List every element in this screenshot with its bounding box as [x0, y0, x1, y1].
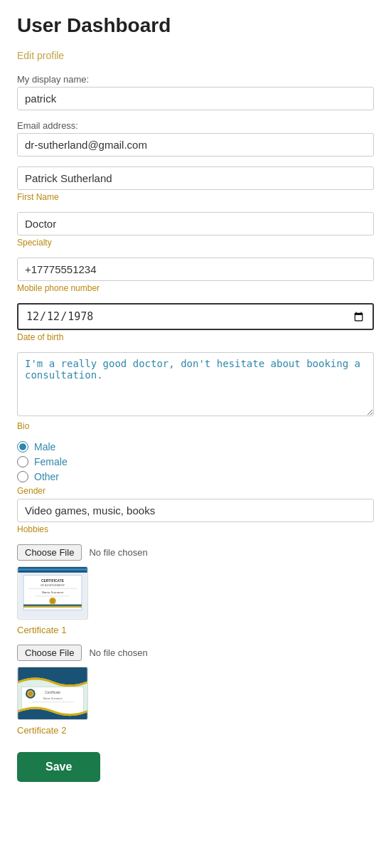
gender-other-label: Other — [34, 471, 59, 482]
email-label: Email address: — [17, 120, 374, 131]
bio-textarea[interactable]: I'm a really good doctor, don't hesitate… — [17, 352, 374, 416]
phone-input[interactable] — [17, 258, 374, 281]
gender-other-option[interactable]: Other — [17, 471, 374, 482]
svg-rect-3 — [18, 568, 87, 571]
dob-label: Date of birth — [17, 332, 374, 342]
display-name-input[interactable] — [17, 87, 374, 110]
specialty-group: Specialty — [17, 212, 374, 248]
gender-group: Male Female Other Gender — [17, 441, 374, 496]
cert2-label: Certificate 2 — [17, 725, 66, 736]
gender-male-radio[interactable] — [17, 441, 28, 452]
cert1-choose-file-button[interactable]: Choose File — [17, 544, 82, 561]
gender-label: Gender — [17, 486, 374, 496]
email-group: Email address: — [17, 120, 374, 157]
first-name-input[interactable] — [17, 166, 374, 190]
first-name-label: First Name — [17, 192, 374, 202]
cert2-no-file-text: No file chosen — [89, 647, 147, 658]
cert1-thumbnail: CERTIFICATE OF ACHIEVEMENT Name Surname — [17, 566, 88, 620]
gender-male-option[interactable]: Male — [17, 441, 374, 452]
edit-profile-link[interactable]: Edit profile — [17, 50, 374, 61]
first-name-group: First Name — [17, 166, 374, 202]
svg-point-21 — [28, 692, 33, 696]
phone-label: Mobile phone number — [17, 283, 374, 293]
certificate2-section: Choose File No file chosen Certificate N… — [17, 645, 374, 736]
gender-female-radio[interactable] — [17, 456, 28, 467]
svg-text:OF ACHIEVEMENT: OF ACHIEVEMENT — [41, 583, 65, 587]
cert1-no-file-text: No file chosen — [89, 547, 147, 558]
cert2-file-row: Choose File No file chosen — [17, 645, 374, 661]
svg-text:Certificate: Certificate — [45, 691, 60, 694]
svg-rect-11 — [23, 606, 82, 608]
email-input[interactable] — [17, 133, 374, 157]
phone-group: Mobile phone number — [17, 258, 374, 293]
dob-group: Date of birth — [17, 303, 374, 342]
bio-label: Bio — [17, 421, 374, 431]
cert1-file-row: Choose File No file chosen — [17, 544, 374, 561]
gender-other-radio[interactable] — [17, 471, 28, 482]
svg-point-13 — [50, 598, 55, 603]
hobbies-group: Hobbies — [17, 499, 374, 534]
display-name-group: My display name: — [17, 74, 374, 110]
specialty-input[interactable] — [17, 212, 374, 235]
svg-text:Name Surname: Name Surname — [42, 591, 64, 594]
dob-input[interactable] — [17, 303, 374, 330]
svg-text:Name Surname: Name Surname — [43, 697, 63, 700]
hobbies-input[interactable] — [17, 499, 374, 522]
bio-group: I'm a really good doctor, don't hesitate… — [17, 352, 374, 431]
svg-text:CERTIFICATE: CERTIFICATE — [41, 579, 65, 583]
page-title: User Dashboard — [17, 14, 374, 37]
save-button[interactable]: Save — [17, 752, 100, 782]
specialty-label: Specialty — [17, 238, 374, 248]
display-name-label: My display name: — [17, 74, 374, 85]
cert2-thumbnail: Certificate Name Surname — [17, 667, 88, 720]
certificate1-section: Choose File No file chosen CERTIFICATE O… — [17, 544, 374, 636]
cert2-choose-file-button[interactable]: Choose File — [17, 645, 82, 661]
cert1-label: Certificate 1 — [17, 625, 66, 635]
gender-male-label: Male — [34, 441, 55, 452]
gender-female-label: Female — [34, 456, 68, 467]
gender-female-option[interactable]: Female — [17, 456, 374, 467]
hobbies-label: Hobbies — [17, 524, 374, 534]
